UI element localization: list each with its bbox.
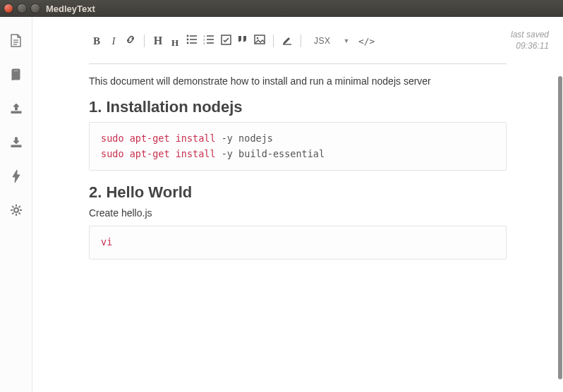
svg-point-15 (187, 35, 189, 37)
download-icon (10, 136, 23, 151)
heading2-button[interactable]: H (167, 35, 183, 51)
last-saved-indicator: last saved 09:36:11 (511, 30, 549, 51)
code-token: -y nodejs (216, 133, 273, 144)
last-saved-time: 09:36:11 (511, 41, 549, 52)
bullet-list-button[interactable] (184, 33, 200, 49)
code-token: apt-get (130, 148, 170, 159)
window-titlebar: MedleyText (0, 0, 563, 17)
image-icon (254, 35, 265, 47)
sidebar (0, 17, 32, 392)
ordered-list-button[interactable]: 123 (201, 33, 217, 49)
export-button[interactable] (8, 102, 24, 117)
file-icon (10, 34, 23, 50)
link-icon (125, 34, 136, 48)
paragraph-create-hello[interactable]: Create hello.js (89, 207, 507, 219)
svg-rect-5 (11, 145, 21, 147)
last-saved-label: last saved (511, 30, 549, 41)
svg-point-6 (14, 208, 18, 212)
window-title: MedleyText (46, 4, 95, 14)
code-block-install[interactable]: sudo apt-get install -y nodejs sudo apt-… (89, 122, 507, 171)
svg-line-13 (12, 212, 13, 214)
editor-toolbar: B I H H 123 (89, 25, 507, 64)
app-shell: last saved 09:36:11 B I H H 123 (0, 17, 563, 392)
chevron-down-icon: ▼ (344, 37, 350, 44)
checklist-button[interactable] (218, 33, 234, 49)
svg-line-11 (12, 206, 13, 207)
scrollbar[interactable] (558, 76, 562, 379)
code-token: sudo (101, 148, 124, 159)
svg-text:3: 3 (203, 42, 205, 44)
intro-text[interactable]: This document will demonstrate how to in… (89, 75, 507, 87)
code-block-button[interactable]: </> (358, 33, 375, 49)
bolt-icon (11, 169, 21, 185)
editor-body[interactable]: This document will demonstrate how to in… (32, 64, 563, 300)
toolbar-separator (273, 35, 274, 47)
settings-button[interactable] (8, 203, 24, 219)
upload-icon (10, 102, 23, 117)
quote-icon (237, 35, 248, 47)
heading1-button[interactable]: H (150, 33, 166, 49)
code-language-select[interactable]: JSX ▼ (307, 36, 357, 46)
code-block-vi[interactable]: vi (89, 226, 507, 259)
toolbar-separator (144, 35, 145, 47)
heading-hello-world[interactable]: 2. Hello World (89, 183, 507, 202)
book-icon (10, 68, 23, 83)
svg-line-12 (18, 212, 20, 214)
bold-button[interactable]: B (89, 33, 104, 49)
list-ol-icon: 123 (203, 35, 214, 47)
link-button[interactable] (123, 33, 138, 49)
svg-point-17 (187, 42, 189, 44)
highlight-icon (282, 34, 293, 48)
highlight-button[interactable] (279, 33, 295, 49)
new-note-button[interactable] (8, 34, 24, 49)
window-close-button[interactable] (4, 4, 13, 13)
quick-actions-button[interactable] (8, 169, 24, 185)
svg-point-16 (187, 39, 189, 41)
code-token: sudo (101, 133, 124, 144)
gear-icon (10, 204, 23, 219)
window-maximize-button[interactable] (31, 4, 40, 13)
import-button[interactable] (8, 135, 24, 151)
blockquote-button[interactable] (235, 33, 250, 49)
list-ul-icon (186, 35, 198, 47)
image-button[interactable] (252, 33, 267, 49)
code-token: apt-get (130, 133, 170, 144)
heading-install[interactable]: 1. Installation nodejs (89, 98, 507, 116)
window-minimize-button[interactable] (18, 4, 26, 13)
svg-line-14 (18, 206, 20, 207)
code-token: install (176, 133, 216, 144)
code-token: vi (101, 236, 112, 247)
code-token: -y build-essential (216, 148, 325, 159)
toolbar-separator (301, 35, 301, 47)
svg-rect-3 (13, 71, 18, 72)
code-token: install (176, 148, 216, 159)
italic-button[interactable]: I (106, 33, 121, 49)
code-language-label: JSX (314, 36, 331, 46)
window-controls (4, 4, 40, 13)
main-panel: last saved 09:36:11 B I H H 123 (32, 17, 563, 392)
notebooks-button[interactable] (8, 68, 24, 83)
checkbox-icon (221, 35, 231, 48)
svg-point-29 (257, 37, 259, 39)
svg-rect-4 (11, 111, 21, 114)
